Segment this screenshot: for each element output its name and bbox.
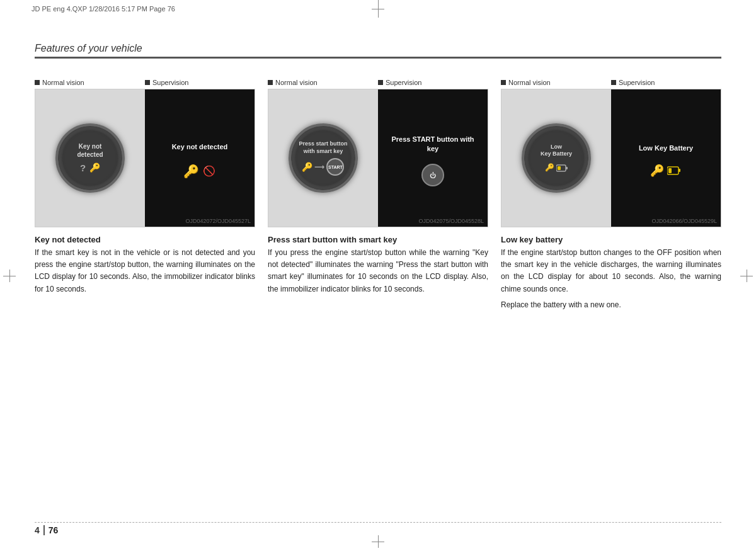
col1-image-panel: Key notdetected ? 🔑 Key not detected [35, 89, 255, 227]
svg-rect-4 [679, 169, 680, 172]
question-mark-icon: ? [80, 162, 86, 174]
col1-supervision-content: Key not detected 🔑 🚫 [161, 131, 239, 185]
col2-circle-inner: Press start buttonwith smart key 🔑 ⟶ STA… [294, 135, 352, 181]
col3-normal-square [501, 80, 506, 85]
col1-supervision-label: Supervision [145, 79, 255, 86]
svg-rect-2 [558, 166, 561, 170]
col3-supervision-label: Supervision [611, 79, 721, 86]
svg-rect-5 [668, 168, 672, 173]
section-title-underline [35, 57, 721, 59]
column-1: Normal vision Supervision Key notdetecte… [35, 79, 255, 311]
col2-supervision-content: Press START button with key ⏻ [378, 123, 488, 193]
engine-button-icon: START [326, 158, 344, 176]
col2-supervision-vision: Press START button with key ⏻ [378, 89, 488, 227]
col2-labels: Normal vision Supervision [268, 79, 488, 86]
col3-text-body: If the engine start/stop button changes … [501, 247, 721, 295]
doc-header: JD PE eng 4.QXP 1/28/2016 5:17 PM Page 7… [32, 5, 724, 13]
main-content: Normal vision Supervision Key notdetecte… [35, 66, 721, 513]
col2-normal-vision: Press start buttonwith smart key 🔑 ⟶ STA… [268, 89, 378, 227]
col1-normal-square [35, 80, 40, 85]
col1-text-title: Key not detected [35, 235, 255, 244]
col3-supervision-text: Low Key Battery [634, 139, 698, 158]
crosshair-right-icon [740, 270, 753, 282]
col2-catalog-number: OJD042075/OJD045528L [418, 218, 484, 224]
footer-chapter: 4 [35, 525, 45, 535]
col3-battery-normal-icon [556, 164, 568, 172]
col2-normal-icons: 🔑 ⟶ START [299, 158, 347, 176]
col3-text-section: Low key battery If the engine start/stop… [501, 235, 721, 311]
col3-low-bat-display: LowKey Battery 🔑 [541, 144, 572, 173]
col1-normal-icons: ? 🔑 [77, 162, 103, 174]
col1-circle-display: Key notdetected ? 🔑 [55, 123, 125, 193]
crosshair-left-icon [3, 270, 16, 282]
footer-page: 76 [49, 525, 59, 535]
col1-normal-label: Normal vision [35, 79, 145, 86]
col3-supervision-content: Low Key Battery 🔑 [627, 132, 704, 183]
col2-text-section: Press start button with smart key If you… [268, 235, 488, 295]
col3-normal-label: Normal vision [501, 79, 611, 86]
col3-supervision-square [611, 80, 616, 85]
col2-text-body: If you press the engine start/stop butto… [268, 247, 488, 295]
col2-arrow-icon: ⟶ [314, 162, 324, 171]
columns-container: Normal vision Supervision Key notdetecte… [35, 79, 721, 311]
column-3: Normal vision Supervision LowKey Battery [501, 79, 721, 311]
col3-circle-display: LowKey Battery 🔑 [522, 123, 591, 193]
col3-image-panel: LowKey Battery 🔑 [501, 89, 721, 227]
col1-catalog-number: OJD042072/OJD045527L [185, 218, 251, 224]
col2-image-panel: Press start buttonwith smart key 🔑 ⟶ STA… [268, 89, 488, 227]
col2-normal-label: Normal vision [268, 79, 378, 86]
col2-sup-icons: ⏻ [384, 164, 481, 186]
col3-normal-vision: LowKey Battery 🔑 [501, 89, 611, 227]
col2-supervision-label: Supervision [378, 79, 488, 86]
col1-supervision-square [145, 80, 150, 85]
svg-rect-1 [566, 167, 568, 169]
crosshair-bottom-icon [372, 535, 384, 548]
col1-sup-icons: 🔑 🚫 [167, 164, 233, 179]
col1-sup-key-icon: 🔑 [183, 164, 199, 179]
col1-labels: Normal vision Supervision [35, 79, 255, 86]
doc-header-text: JD PE eng 4.QXP 1/28/2016 5:17 PM Page 7… [32, 5, 175, 13]
col1-supervision-text: Key not detected [167, 137, 233, 157]
col2-circle-display: Press start buttonwith smart key 🔑 ⟶ STA… [289, 123, 358, 193]
section-title: Features of your vehicle [35, 43, 142, 54]
col2-supervision-square [378, 80, 383, 85]
col3-labels: Normal vision Supervision [501, 79, 721, 86]
col3-sup-battery-icon [667, 166, 681, 175]
col3-key-normal-icon: 🔑 [545, 163, 554, 173]
col1-normal-vision: Key notdetected ? 🔑 [35, 89, 145, 227]
col2-text-title: Press start button with smart key [268, 235, 488, 244]
col3-circle-inner: LowKey Battery 🔑 [536, 139, 577, 178]
col1-text-body: If the smart key is not in the vehicle o… [35, 247, 255, 295]
col3-sup-key-icon: 🔑 [650, 164, 664, 178]
col1-sup-no-icon: 🚫 [203, 165, 215, 177]
col1-circle-inner: Key notdetected ? 🔑 [72, 137, 108, 179]
footer-numbers: 4 76 [35, 525, 58, 535]
col3-catalog-number: OJD042066/OJD045529L [651, 218, 717, 224]
col3-text-title: Low key battery [501, 235, 721, 244]
col1-supervision-vision: Key not detected 🔑 🚫 [145, 89, 255, 227]
col2-key-icon: 🔑 [302, 161, 312, 173]
col2-supervision-text: Press START button with key [384, 130, 481, 159]
col3-sup-icons: 🔑 [634, 164, 698, 178]
column-2: Normal vision Supervision Press start bu… [268, 79, 488, 311]
col1-text-section: Key not detected If the smart key is not… [35, 235, 255, 295]
col2-normal-square [268, 80, 273, 85]
col2-engine-btn-sup: ⏻ [421, 164, 444, 186]
col3-text-body2: Replace the battery with a new one. [501, 299, 721, 311]
footer-line [35, 522, 721, 523]
key-icon-normal: 🔑 [89, 162, 100, 174]
col3-supervision-vision: Low Key Battery 🔑 [611, 89, 721, 227]
